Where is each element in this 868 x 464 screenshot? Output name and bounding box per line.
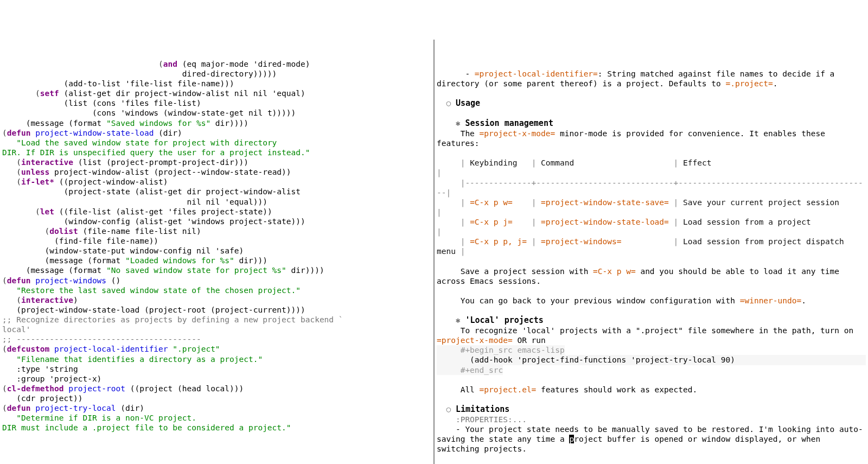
code-line[interactable]: "Filename that identifies a directory as… bbox=[2, 354, 431, 364]
code-line[interactable]: DIR. If DIR is unspecified query the use… bbox=[2, 148, 431, 157]
code-line[interactable]: (add-to-list 'file-list file-name))) bbox=[2, 79, 431, 88]
src-block-body: (add-hook 'project-find-functions 'proje… bbox=[437, 355, 866, 365]
heading-local-projects: 'Local' projects bbox=[465, 315, 544, 325]
code-line[interactable]: (cdr project)) bbox=[2, 393, 431, 403]
code-line[interactable]: :type 'string bbox=[2, 364, 431, 374]
code-line[interactable]: (window-config (alist-get 'windows proje… bbox=[2, 217, 431, 226]
code-line[interactable]: (cl-defmethod project-root ((project (he… bbox=[2, 384, 431, 393]
org-bullet: ✱ bbox=[456, 119, 465, 128]
org-bullet: ✱ bbox=[456, 316, 465, 325]
src-block-end: #+end_src bbox=[437, 365, 503, 375]
code-line[interactable]: (defcustom project-local-identifier ".pr… bbox=[2, 344, 431, 354]
code-line[interactable]: (message (format "No saved window state … bbox=[2, 265, 431, 275]
code-line[interactable]: (message (format "Saved windows for %s" … bbox=[2, 118, 431, 128]
code-line[interactable]: "Restore the last saved window state of … bbox=[2, 285, 431, 295]
code-line[interactable]: (dolist (file-name file-list nil) bbox=[2, 226, 431, 236]
code-line[interactable]: (project-window-state-load (project-root… bbox=[2, 305, 431, 315]
code-line[interactable]: ;; -------------------------------------… bbox=[2, 334, 431, 344]
heading-usage: Usage bbox=[456, 98, 480, 108]
code-line[interactable]: "Load the saved window state for project… bbox=[2, 138, 431, 148]
code-line[interactable]: (let ((file-list (alist-get 'files proje… bbox=[2, 207, 431, 217]
code-line[interactable]: (defun project-windows () bbox=[2, 276, 431, 285]
org-bullet: ○ bbox=[446, 405, 455, 414]
elisp-buffer[interactable]: (and (eq major-mode 'dired-mode) dired-d… bbox=[0, 59, 433, 433]
code-line[interactable]: (cons 'windows (window-state-get nil t))… bbox=[2, 108, 431, 118]
code-line[interactable]: local' bbox=[2, 325, 431, 334]
code-line[interactable]: (defun project-try-local (dir) bbox=[2, 403, 431, 413]
keybinding-table: | Keybinding | Command | Effect | |-----… bbox=[437, 158, 868, 256]
code-line[interactable]: (message (format "Loaded windows for %s"… bbox=[2, 256, 431, 265]
code-line[interactable]: "Determine if DIR is a non-VC project. bbox=[2, 413, 431, 423]
code-line[interactable]: (and (eq major-mode 'dired-mode) bbox=[2, 59, 431, 69]
right-pane[interactable]: - =project-local-identifier=: String mat… bbox=[435, 40, 868, 465]
code-line[interactable]: nil nil 'equal))) bbox=[2, 197, 431, 207]
text-cursor: p bbox=[569, 435, 574, 443]
code-line[interactable]: (interactive (list (project-prompt-proje… bbox=[2, 157, 431, 167]
code-line[interactable]: :group 'project-x) bbox=[2, 374, 431, 384]
code-line[interactable]: dired-directory))))) bbox=[2, 69, 431, 79]
code-line[interactable]: (unless project-window-alist (project--w… bbox=[2, 167, 431, 177]
code-line[interactable]: ;; Recognize directories as projects by … bbox=[2, 315, 431, 325]
code-line[interactable]: (interactive) bbox=[2, 295, 431, 305]
code-line[interactable]: (list (cons 'files file-list) bbox=[2, 98, 431, 108]
org-bullet: ○ bbox=[446, 99, 455, 107]
code-line[interactable]: (find-file file-name)) bbox=[2, 236, 431, 246]
code-line[interactable]: (if-let* ((project-window-alist) bbox=[2, 177, 431, 187]
src-block-begin: #+begin_src emacs-lisp bbox=[437, 345, 565, 355]
code-line[interactable]: (window-state-put window-config nil 'saf… bbox=[2, 246, 431, 256]
org-buffer[interactable]: - =project-local-identifier=: String mat… bbox=[435, 59, 868, 464]
heading-session-mgmt: Session management bbox=[465, 118, 553, 128]
code-line[interactable]: (project-state (alist-get dir project-wi… bbox=[2, 187, 431, 196]
code-line[interactable]: (setf (alist-get dir project-window-alis… bbox=[2, 88, 431, 98]
code-line[interactable]: (defun project-window-state-load (dir) bbox=[2, 128, 431, 138]
left-pane[interactable]: (and (eq major-mode 'dired-mode) dired-d… bbox=[0, 40, 435, 465]
org-properties-drawer: :PROPERTIES:... bbox=[437, 415, 527, 424]
heading-limitations: Limitations bbox=[456, 404, 509, 414]
code-line[interactable]: DIR must include a .project file to be c… bbox=[2, 423, 431, 433]
